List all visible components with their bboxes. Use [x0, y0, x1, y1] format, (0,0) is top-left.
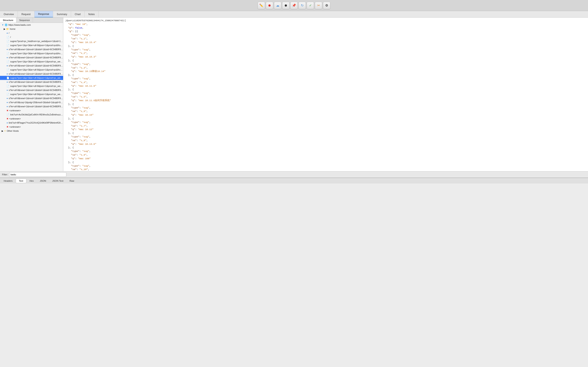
tab-json-text[interactable]: JSON Text	[49, 179, 66, 183]
tree-label-home: home	[10, 28, 16, 30]
tree-item-s-ie7[interactable]: ● s?ie=utf-8&newi=1&mod=1&isbd=1&isid=6C…	[0, 96, 63, 100]
x-icon-3: ✖	[7, 125, 8, 128]
tree-item-sugpre5-selected[interactable]: 📄 sugrec?pre=1&p=3&ie=utf-8&json=1&prod=…	[0, 76, 63, 80]
tree-item-s-ie3[interactable]: ● s?ie=utf-8&newi=1&mod=1&isbd=1&isid=6C…	[0, 64, 63, 68]
tree-item-s-csq[interactable]: ● s?ie=utf-8&csq=1&pstg=20&mod=2&isbd=1&…	[0, 100, 63, 104]
filter-bar: Filter:	[0, 171, 588, 178]
tree-item-sugpre1[interactable]: 📄 sugrec?pre=1&p=3&ie=utf-8&json=1&prod=…	[0, 43, 63, 47]
circle-icon-3: ●	[7, 56, 8, 59]
tree-item-slash1[interactable]: ● /	[0, 31, 63, 35]
tree-item-unknown2[interactable]: ✖ <unknown>	[0, 117, 63, 121]
tree-item-sugpre6[interactable]: 📄 sugrec?pre=1&p=3&ie=utf-8&json=1&prod=…	[0, 84, 63, 88]
circle-icon-2: ●	[7, 48, 8, 50]
tree-label-sugrec1: sugrec?prod=pc_his&from=pc_web&json=1&si…	[10, 40, 63, 42]
circle-icon-10: ●	[7, 105, 8, 108]
tree-item-other-hosts[interactable]: ▶ ✦ Other Hosts	[0, 129, 63, 133]
sequence-tab[interactable]: Sequence	[16, 17, 33, 23]
tree-item-link2[interactable]: ● link?url=8Fbqgm7Yvz2G3VclQ1h9Kkf3fPSfb…	[0, 121, 63, 125]
circle-icon-5: ●	[7, 73, 8, 75]
gear-button[interactable]: ⚙	[323, 2, 330, 9]
tree-item-s-ie5[interactable]: ● s?ie=utf-8&newi=1&mod=1&isbd=1&isid=6C…	[0, 80, 63, 84]
tree-label-unknown3: <unknown>	[9, 125, 21, 128]
tree-item-sugpre4[interactable]: 📄 sugrec?pre=1&p=3&ie=utf-8&json=1&prod=…	[0, 68, 63, 72]
tree-item-s-ie8[interactable]: ● s?ie=utf-8&newi=1&mod=1&isbd=1&isid=6C…	[0, 104, 63, 108]
tab-notes[interactable]: Notes	[85, 11, 98, 17]
expand-other-icon: ▶	[2, 130, 3, 132]
circle-icon-8: ●	[7, 97, 8, 100]
check-button[interactable]: ✓	[307, 2, 314, 9]
tree-label-sugpre1: sugrec?pre=1&p=3&ie=utf-8&json=1&prod=pc…	[10, 44, 63, 47]
tree-item-s-ie4[interactable]: ● s?ie=utf-8&newi=1&mod=1&isbd=1&isid=6C…	[0, 72, 63, 76]
tab-request[interactable]: Request	[18, 11, 35, 17]
star-icon: ✦	[4, 130, 6, 132]
tree-item-s-ie2[interactable]: ● s?ie=utf-8&newi=1&mod=1&isbd=1&isid=6C…	[0, 55, 63, 59]
tab-summary[interactable]: Summary	[53, 11, 71, 17]
tree-label-sugpre4: sugrec?pre=1&p=3&ie=utf-8&json=1&prod=pc…	[10, 68, 63, 71]
x-icon-2: ✖	[7, 117, 8, 120]
tree-label-link2: link?url=8Fbqgm7Yvz2G3VclQ1h9Kkf3fPSfbrk…	[9, 122, 63, 124]
tree-label-s-ie6: s?ie=utf-8&newi=1&mod=1&isbd=1&isid=6C54…	[9, 89, 63, 91]
tree-item-unknown3[interactable]: ✖ <unknown>	[0, 125, 63, 129]
dot-button[interactable]: ⏺	[282, 2, 290, 9]
tree-item-slash2[interactable]: 📄 /	[0, 35, 63, 39]
tree-item-sugpre7[interactable]: 📄 sugrec?pre=1&p=3&ie=utf-8&json=1&prod=…	[0, 92, 63, 96]
tree-label-s-ie7: s?ie=utf-8&newi=1&mod=1&isbd=1&isid=6C54…	[9, 97, 63, 100]
circle-icon-9: ●	[7, 101, 8, 104]
request-tree: ▼ 🌐 https://www.baidu.com ▶ 📁 home ● / 📄…	[0, 23, 63, 133]
circle-icon-7: ●	[7, 89, 8, 91]
tree-label-unknown1: <unknown>	[9, 109, 21, 112]
filter-input[interactable]	[9, 172, 66, 177]
circle-icon-6: ●	[7, 81, 8, 83]
tree-item-root[interactable]: ▼ 🌐 https://www.baidu.com	[0, 23, 63, 27]
doc-icon-2: 📄	[7, 40, 9, 43]
tools-button[interactable]: ✂	[315, 2, 322, 9]
circle-icon-4: ●	[7, 64, 8, 67]
struct-seq-tabs: Structure Sequence	[0, 17, 63, 23]
tree-label-sugpre2: sugrec?pre=1&p=3&ie=utf-8&json=1&prod=pc…	[10, 52, 63, 55]
x-icon-1: ✖	[7, 109, 8, 112]
pin-button[interactable]: 📌	[290, 2, 298, 9]
tree-label-s-csq: s?ie=utf-8&csq=1&pstg=20&mod=2&isbd=1&cq…	[9, 101, 63, 104]
cloud-button[interactable]: ☁	[274, 2, 281, 9]
tab-headers[interactable]: Headers	[1, 179, 15, 183]
doc-icon-9: 📄	[7, 113, 9, 116]
tab-overview[interactable]: Overview	[0, 11, 18, 17]
tree-item-unknown1[interactable]: ✖ <unknown>	[0, 108, 63, 113]
circle-icon-11: ●	[7, 122, 8, 124]
doc-icon-4: 📄	[7, 52, 9, 55]
record-button[interactable]: ⏺	[266, 2, 273, 9]
doc-icon-selected: 📄	[7, 77, 9, 79]
tree-label-sugpre5: sugrec?pre=1&p=3&ie=utf-8&json=1&prod=pc…	[10, 77, 63, 79]
tree-item-sugrec1[interactable]: 📄 sugrec?prod=pc_his&from=pc_web&json=1&…	[0, 39, 63, 43]
tree-label-sugpre3: sugrec?pre=1&p=3&ie=utf-8&json=1&prod=pc…	[10, 60, 63, 63]
response-panel[interactable]: jQuery110207537620613494174_158624768874…	[63, 17, 588, 171]
tab-chart[interactable]: Chart	[71, 11, 85, 17]
tree-label-s-ie8: s?ie=utf-8&newi=1&mod=1&isbd=1&isid=6C54…	[9, 105, 63, 108]
tab-response[interactable]: Response	[35, 11, 53, 17]
tree-item-s-ie1[interactable]: ● s?ie=utf-8&newi=1&mod=1&isbd=1&isid=6C…	[0, 47, 63, 51]
tab-json[interactable]: JSON	[37, 179, 49, 183]
tree-label-link1: link?url=AcOkUkbZplCo6KH-REWnoScZxBnkhoz…	[10, 113, 63, 116]
tree-label-s-ie2: s?ie=utf-8&newi=1&mod=1&isbd=1&isid=6C54…	[9, 56, 63, 59]
structure-tab[interactable]: Structure	[0, 17, 16, 23]
filter-label: Filter:	[2, 173, 8, 176]
tree-item-link1[interactable]: 📄 link?url=AcOkUkbZplCo6KH-REWnoScZxBnkh…	[0, 113, 63, 117]
response-body: jQuery110207537620613494174_158624768874…	[65, 19, 586, 171]
tab-hex[interactable]: Hex	[27, 179, 36, 183]
tab-text[interactable]: Text	[16, 179, 26, 183]
tree-item-sugpre2[interactable]: 📄 sugrec?pre=1&p=3&ie=utf-8&json=1&prod=…	[0, 51, 63, 55]
tree-item-home[interactable]: ▶ 📁 home	[0, 27, 63, 31]
doc-icon-1: 📄	[7, 36, 9, 39]
tree-label-s-ie3: s?ie=utf-8&newi=1&mod=1&isbd=1&isid=6C54…	[9, 64, 63, 67]
tree-label-sugpre6: sugrec?pre=1&p=3&ie=utf-8&json=1&prod=pc…	[10, 85, 63, 87]
tree-item-sugpre3[interactable]: 📄 sugrec?pre=1&p=3&ie=utf-8&json=1&prod=…	[0, 59, 63, 64]
tree-label-slash1: /	[9, 32, 9, 34]
expand-arrow-icon: ▶	[4, 28, 5, 30]
main-content: Structure Sequence ▼ 🌐 https://www.baidu…	[0, 17, 588, 171]
tree-item-s-ie6[interactable]: ● s?ie=utf-8&newi=1&mod=1&isbd=1&isid=6C…	[0, 88, 63, 92]
tab-raw[interactable]: Raw	[67, 179, 77, 183]
pen-tool-button[interactable]: ✏️	[258, 2, 265, 9]
tree-label-other-hosts: Other Hosts	[7, 130, 19, 132]
refresh-button[interactable]: ↻	[298, 2, 306, 9]
tree-label-s-ie5: s?ie=utf-8&newi=1&mod=1&isbd=1&isid=6C54…	[9, 81, 63, 83]
